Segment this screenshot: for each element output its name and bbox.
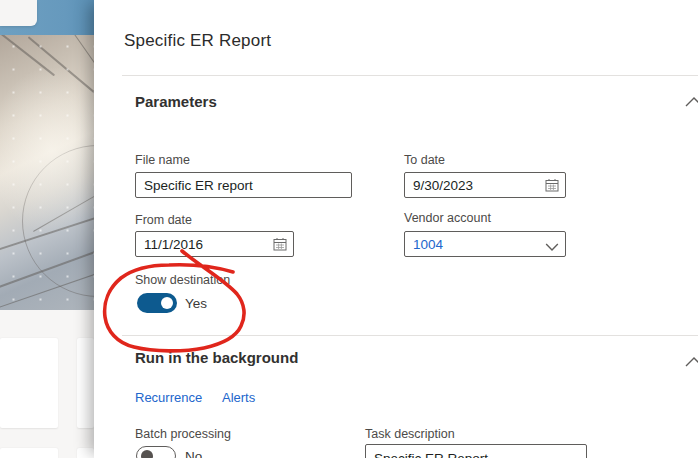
task-description-label: Task description bbox=[365, 427, 455, 441]
calendar-icon[interactable] bbox=[273, 237, 287, 251]
run-in-background-section-heading: Run in the background bbox=[135, 349, 298, 366]
section-divider bbox=[122, 335, 698, 336]
vendor-account-value: 1004 bbox=[413, 237, 443, 252]
workspace-tile bbox=[77, 448, 94, 458]
parameters-section-heading: Parameters bbox=[135, 93, 217, 110]
show-destination-toggle[interactable] bbox=[137, 293, 177, 313]
task-description-input[interactable] bbox=[365, 444, 587, 458]
workspace-tile bbox=[0, 338, 58, 428]
background-workspace bbox=[0, 0, 94, 458]
from-date-input[interactable] bbox=[135, 231, 294, 257]
file-name-label: File name bbox=[135, 153, 190, 167]
batch-processing-toggle[interactable] bbox=[136, 446, 176, 458]
toggle-knob bbox=[161, 297, 173, 309]
collapse-background-icon[interactable] bbox=[684, 356, 698, 368]
vendor-account-label: Vendor account bbox=[404, 211, 491, 225]
airplane-photo bbox=[0, 35, 94, 310]
batch-processing-label: Batch processing bbox=[135, 427, 231, 441]
section-divider bbox=[122, 75, 698, 76]
show-destination-label: Show destination bbox=[135, 273, 230, 287]
batch-processing-state: No bbox=[185, 449, 202, 458]
toggle-knob bbox=[141, 450, 153, 458]
workspace-tile bbox=[0, 448, 58, 458]
chevron-down-icon[interactable] bbox=[545, 240, 559, 254]
from-date-label: From date bbox=[135, 213, 192, 227]
photo-highlight bbox=[0, 35, 94, 310]
to-date-label: To date bbox=[404, 153, 445, 167]
er-report-dialog: Specific ER Report Parameters File name … bbox=[94, 0, 698, 458]
workspace-tile bbox=[77, 338, 94, 428]
to-date-input[interactable] bbox=[404, 172, 566, 198]
file-name-input[interactable] bbox=[135, 172, 352, 198]
show-destination-state: Yes bbox=[185, 296, 207, 311]
background-flyout-fragment bbox=[0, 0, 37, 26]
calendar-icon[interactable] bbox=[545, 178, 559, 192]
alerts-link[interactable]: Alerts bbox=[222, 390, 255, 405]
recurrence-link[interactable]: Recurrence bbox=[135, 390, 202, 405]
collapse-parameters-icon[interactable] bbox=[684, 96, 698, 108]
page-title: Specific ER Report bbox=[124, 31, 271, 51]
vendor-account-combobox[interactable]: 1004 bbox=[404, 231, 566, 257]
